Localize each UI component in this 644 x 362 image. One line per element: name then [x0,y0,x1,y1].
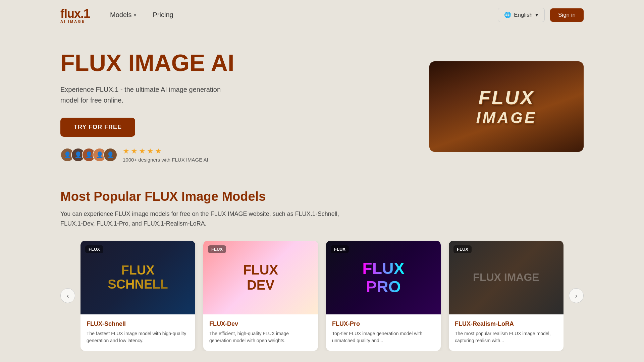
chevron-left-icon: ‹ [67,292,69,300]
model-badge: FLUX [208,245,226,253]
model-card-image: FLUXSCHNELL FLUX [80,241,195,314]
model-badge: FLUX [331,245,349,253]
model-desc: The most popular realism FLUX image mode… [455,330,557,344]
chevron-right-icon: › [575,292,578,300]
try-free-button[interactable]: TRY FOR FREE [60,118,135,137]
proof-text: 1000+ designers with FLUX IMAGE AI [123,157,208,163]
hero-title: FLUX IMAGE AI [60,50,235,76]
models-section: Most Popular FLUX Image Models You can e… [0,176,644,362]
hero-section: FLUX IMAGE AI Experience FLUX.1 - the ul… [0,30,644,176]
chevron-down-icon: ▾ [535,11,538,18]
signin-button[interactable]: Sign in [550,8,584,22]
star-icon: ★ [147,147,154,156]
navbar-left: flux.1 AI IMAGE Models ▾ Pricing [60,7,173,23]
star-rating: ★ ★ ★ ★ ★ [123,147,208,156]
models-carousel: ‹ FLUXSCHNELL FLUX FLUX-Schnell The fast… [60,241,584,351]
model-name: FLUX-Dev [209,320,312,327]
model-card-pro[interactable]: FLUXPRO FLUX FLUX-Pro Top-tier FLUX imag… [326,241,441,351]
model-desc: Top-tier FLUX image generation model wit… [332,330,435,344]
model-badge: FLUX [85,245,103,253]
star-icon: ★ [131,147,138,156]
model-card-image: FLUXDEV FLUX [203,241,318,314]
star-icon: ★ [139,147,146,156]
nav-models[interactable]: Models ▾ [110,11,136,19]
avatar-group: 👤 👤 👤 👤 👤 [60,148,117,162]
carousel-prev-button[interactable]: ‹ [60,288,75,303]
nav-links: Models ▾ Pricing [110,11,173,19]
logo-text: flux.1 [60,7,90,21]
logo[interactable]: flux.1 AI IMAGE [60,7,90,23]
star-icon: ★ [155,147,162,156]
model-name: FLUX-Schnell [87,320,189,327]
models-description: You can experience FLUX image models for… [60,209,362,229]
model-card-image: FLUXPRO FLUX [326,241,441,314]
model-card-schnell[interactable]: FLUXSCHNELL FLUX FLUX-Schnell The fastes… [80,241,195,351]
model-card-realism[interactable]: FLUX IMAGE FLUX FLUX-Realism-LoRA The mo… [449,241,564,351]
language-selector[interactable]: 🌐 English ▾ [498,8,545,22]
carousel-next-button[interactable]: › [569,288,584,303]
model-name: FLUX-Pro [332,320,435,327]
hero-subtitle: Experience FLUX.1 - the ultimate AI imag… [60,84,235,106]
model-name: FLUX-Realism-LoRA [455,320,557,327]
rating: ★ ★ ★ ★ ★ 1000+ designers with FLUX IMAG… [123,147,208,163]
model-desc: The fastest FLUX image model with high-q… [87,330,189,344]
hero-image: FLUX IMAGE [429,61,584,152]
model-desc: The efficient, high-quality FLUX image g… [209,330,312,344]
navbar: flux.1 AI IMAGE Models ▾ Pricing 🌐 Engli… [0,0,644,30]
star-icon: ★ [123,147,129,156]
social-proof: 👤 👤 👤 👤 👤 ★ ★ ★ ★ ★ 1000+ designers with… [60,147,235,163]
globe-icon: 🌐 [504,11,511,18]
chevron-down-icon: ▾ [134,12,136,18]
model-card-image: FLUX IMAGE FLUX [449,241,564,314]
navbar-right: 🌐 English ▾ Sign in [498,8,584,22]
nav-pricing[interactable]: Pricing [153,11,173,19]
model-badge: FLUX [453,245,472,253]
avatar: 👤 [103,148,117,162]
model-card-dev[interactable]: FLUXDEV FLUX FLUX-Dev The efficient, hig… [203,241,318,351]
models-title: Most Popular FLUX Image Models [60,189,584,204]
models-grid: FLUXSCHNELL FLUX FLUX-Schnell The fastes… [80,241,564,351]
logo-sub: AI IMAGE [60,19,85,23]
hero-content: FLUX IMAGE AI Experience FLUX.1 - the ul… [60,50,235,163]
